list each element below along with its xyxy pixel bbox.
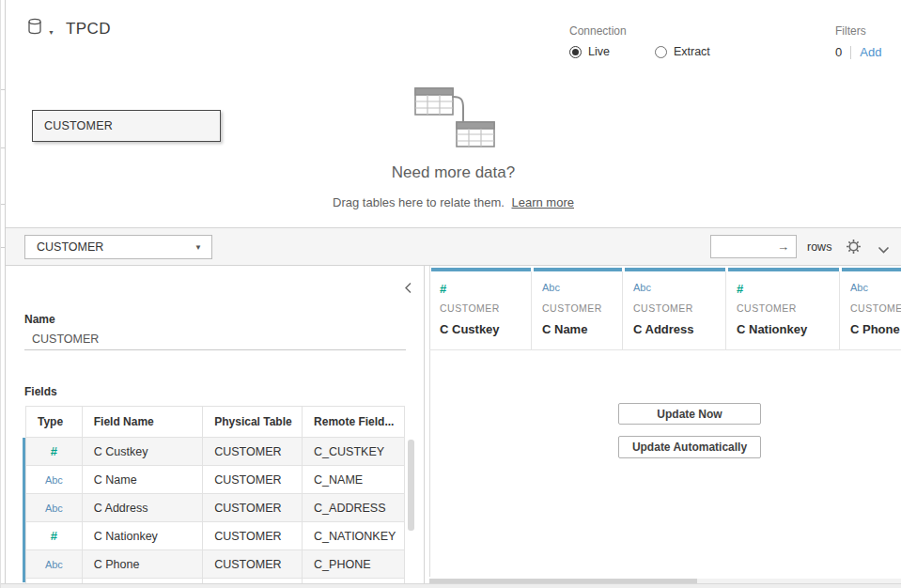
grid-column-header[interactable]: # CUSTOMER C Nationkey: [727, 268, 840, 349]
field-name-cell: C Custkey: [82, 438, 202, 466]
physical-table-cell: CUSTOMER: [203, 438, 303, 466]
database-icon[interactable]: [26, 17, 45, 41]
divider: [850, 46, 851, 59]
database-menu-caret-icon[interactable]: ▼: [48, 29, 54, 36]
col-header-type[interactable]: Type: [26, 407, 83, 438]
number-type-icon: #: [51, 529, 57, 543]
physical-table-cell: CUSTOMER: [203, 494, 303, 522]
rows-input-box: →: [710, 235, 797, 258]
col-header-field-name[interactable]: Field Name: [82, 407, 202, 438]
relate-tables-icon: [407, 135, 501, 151]
extract-radio-label: Extract: [674, 45, 710, 58]
pane-divider: [1, 204, 6, 205]
fields-table: Type Field Name Physical Table Remote Fi…: [25, 406, 405, 588]
remote-field-cell: C_NAME: [303, 466, 405, 494]
remote-field-cell: C_NATIONKEY: [303, 522, 405, 550]
string-type-icon: Abc: [45, 559, 63, 570]
pane-divider: [1, 89, 6, 90]
metadata-section: Name Fields Type Field Name Physical Tab…: [6, 266, 901, 588]
bottom-scrollbar-strip: [1, 583, 901, 588]
column-table-name: CUSTOMER: [542, 302, 622, 314]
collapse-panel-icon[interactable]: [404, 281, 412, 298]
extract-radio[interactable]: [655, 46, 667, 58]
grid-header-divider: [429, 349, 901, 350]
field-name-cell: C Name: [82, 466, 202, 494]
remote-field-cell: C_CUSTKEY: [303, 438, 405, 466]
grid-column-header[interactable]: # CUSTOMER C Custkey: [430, 268, 532, 349]
column-field-name: C Phone: [850, 322, 901, 336]
filters-block: Filters 0 Add: [835, 24, 881, 59]
field-name-cell: C Address: [82, 494, 202, 522]
remote-field-cell: C_ADDRESS: [303, 494, 405, 522]
empty-state: Need more data? Drag tables here to rela…: [6, 85, 901, 209]
learn-more-link[interactable]: Learn more: [511, 195, 573, 209]
datasource-title-row: ▼ TPCD: [26, 17, 111, 41]
col-header-physical-table[interactable]: Physical Table: [203, 407, 303, 438]
string-type-icon: Abc: [850, 282, 901, 297]
grid-column-header[interactable]: Abc CUSTOMER C Address: [624, 268, 726, 349]
pane-divider: [1, 247, 6, 248]
dropdown-caret-icon: ▼: [194, 243, 202, 252]
gear-icon[interactable]: [846, 239, 862, 258]
datasource-title: TPCD: [66, 20, 111, 39]
physical-table-cell: CUSTOMER: [203, 522, 303, 550]
pane-divider: [1, 147, 6, 148]
column-table-name: CUSTOMER: [737, 302, 839, 314]
live-radio[interactable]: [569, 46, 582, 58]
table-row[interactable]: # C Custkey CUSTOMER C_CUSTKEY: [26, 438, 405, 466]
physical-table-cell: CUSTOMER: [203, 550, 303, 579]
physical-table-cell: CUSTOMER: [203, 466, 303, 494]
add-filter-link[interactable]: Add: [860, 45, 881, 59]
empty-state-subtitle: Drag tables here to relate them.: [333, 195, 505, 209]
table-details-panel: Name Fields Type Field Name Physical Tab…: [6, 266, 425, 588]
string-type-icon: Abc: [45, 503, 63, 514]
table-row[interactable]: Abc C Address CUSTOMER C_ADDRESS: [26, 494, 405, 522]
column-table-name: CUSTOMER: [440, 302, 531, 314]
field-name-cell: C Nationkey: [82, 522, 202, 550]
table-row[interactable]: Abc C Phone CUSTOMER C_PHONE: [26, 550, 405, 579]
canvas-section: ▼ TPCD Connection Live Extract Filters 0…: [6, 0, 901, 227]
string-type-icon: Abc: [633, 282, 725, 297]
rows-input[interactable]: [711, 236, 771, 257]
string-type-icon: Abc: [542, 282, 622, 297]
fields-label: Fields: [24, 385, 57, 398]
number-type-icon: #: [737, 282, 839, 297]
grid-column-header[interactable]: Abc CUSTOMER C Phone: [841, 268, 901, 349]
connection-block: Connection Live Extract: [569, 24, 814, 58]
number-type-icon: #: [51, 444, 57, 458]
table-name-input[interactable]: [24, 328, 406, 350]
table-row[interactable]: # C Nationkey CUSTOMER C_NATIONKEY: [26, 522, 405, 550]
column-table-name: CUSTOMER: [633, 302, 725, 314]
live-radio-label: Live: [588, 45, 610, 58]
fields-table-header-row: Type Field Name Physical Table Remote Fi…: [26, 407, 405, 438]
name-label: Name: [24, 313, 55, 326]
filters-count: 0: [835, 45, 842, 59]
rows-go-arrow-icon[interactable]: →: [777, 240, 789, 254]
column-field-name: C Name: [542, 322, 622, 336]
field-name-cell: C Phone: [82, 550, 202, 579]
column-field-name: C Address: [633, 322, 725, 336]
table-selector-dropdown[interactable]: CUSTOMER ▼: [24, 235, 212, 259]
chevron-down-icon[interactable]: [878, 241, 890, 258]
col-header-remote-field[interactable]: Remote Field...: [303, 407, 405, 438]
table-row[interactable]: Abc C Name CUSTOMER C_NAME: [26, 466, 405, 494]
fields-table-scrollbar[interactable]: [408, 440, 414, 531]
empty-state-title: Need more data?: [6, 163, 901, 182]
tableau-datasource-page: ▼ TPCD Connection Live Extract Filters 0…: [0, 0, 901, 588]
grid-column-header[interactable]: Abc CUSTOMER C Name: [533, 268, 623, 349]
rows-label: rows: [807, 240, 831, 254]
column-table-name: CUSTOMER: [850, 302, 901, 314]
data-grid-panel: # CUSTOMER C Custkey Abc CUSTOMER C Name…: [425, 266, 901, 588]
number-type-icon: #: [440, 282, 531, 297]
collapsed-connections-pane[interactable]: [1, 0, 6, 588]
column-field-name: C Nationkey: [737, 322, 839, 336]
connection-label: Connection: [569, 24, 814, 38]
string-type-icon: Abc: [45, 474, 63, 486]
remote-field-cell: C_PHONE: [303, 550, 405, 579]
grid-toolbar: CUSTOMER ▼ → rows: [6, 227, 901, 266]
selected-rows-accent-bar: [23, 438, 25, 582]
update-now-button[interactable]: Update Now: [618, 403, 761, 425]
update-automatically-button[interactable]: Update Automatically: [618, 436, 761, 458]
column-field-name: C Custkey: [440, 322, 531, 336]
filters-label: Filters: [835, 24, 881, 38]
